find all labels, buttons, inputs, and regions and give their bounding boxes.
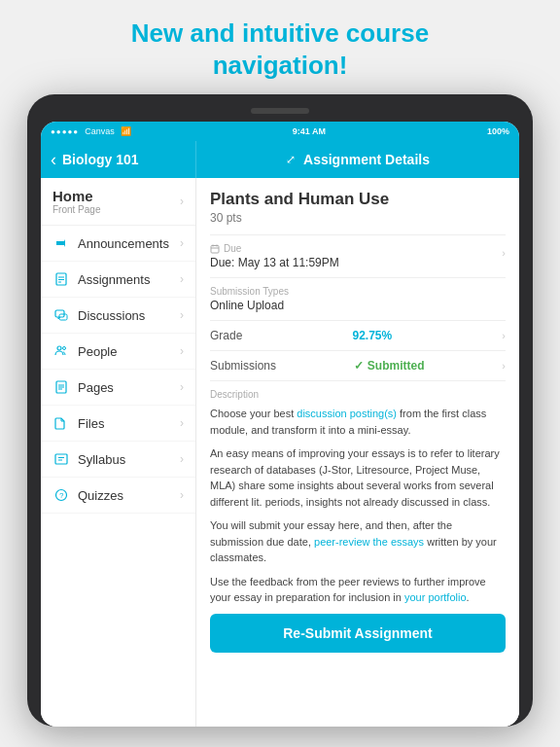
- nav-right: ⤢ Assignment Details: [196, 141, 519, 178]
- page-title: New and intuitive course navigation!: [39, 18, 521, 81]
- sidebar: Home Front Page › Announcements: [41, 178, 196, 727]
- sidebar-item-assignments[interactable]: Assignments ›: [41, 262, 195, 298]
- desc-para2: An easy means of improving your essays i…: [210, 445, 506, 510]
- grade-row[interactable]: Grade 92.75% ›: [210, 320, 506, 350]
- carrier-label: Canvas: [85, 126, 115, 136]
- submitted-badge: ✓ Submitted: [354, 359, 425, 373]
- submission-types-label: Submission Types: [210, 286, 506, 297]
- people-label: People: [78, 344, 117, 359]
- description-section: Description Choose your best discussion …: [210, 380, 506, 653]
- people-chevron: ›: [180, 344, 184, 358]
- files-label: Files: [78, 416, 104, 431]
- desc-para3: You will submit your essay here, and the…: [210, 517, 506, 566]
- page-header: New and intuitive course navigation!: [0, 0, 560, 94]
- course-title: Biology 101: [62, 152, 139, 167]
- files-icon: [52, 414, 70, 432]
- tablet-notch: [251, 108, 309, 114]
- grade-value: 92.75%: [352, 329, 392, 342]
- calendar-icon: [210, 244, 220, 254]
- sidebar-item-quizzes[interactable]: ? Quizzes ›: [41, 478, 195, 514]
- syllabus-label: Syllabus: [78, 452, 125, 467]
- assignment-points: 30 pts: [210, 211, 506, 225]
- sidebar-item-discussions[interactable]: Discussions ›: [41, 298, 195, 334]
- description-label: Description: [210, 389, 506, 400]
- pages-label: Pages: [78, 380, 114, 395]
- svg-point-7: [63, 347, 66, 350]
- announcements-chevron: ›: [180, 236, 184, 250]
- discussions-chevron: ›: [180, 308, 184, 322]
- svg-point-6: [57, 346, 61, 350]
- sidebar-item-pages[interactable]: Pages ›: [41, 370, 195, 406]
- sidebar-item-announcements[interactable]: Announcements ›: [41, 226, 195, 262]
- battery-label: 100%: [487, 126, 509, 136]
- assignments-chevron: ›: [180, 272, 184, 286]
- main-content: Home Front Page › Announcements: [41, 178, 519, 727]
- desc-para4: Use the feedback from the peer reviews t…: [210, 574, 506, 606]
- tablet-screen: ●●●●● Canvas 📶 9:41 AM 100% ‹ Biology 10…: [41, 122, 519, 727]
- svg-rect-12: [55, 454, 67, 464]
- submissions-label: Submissions: [210, 359, 276, 373]
- grade-chevron: ›: [502, 330, 506, 341]
- svg-text:?: ?: [59, 491, 64, 500]
- portfolio-link[interactable]: your portfolio: [404, 591, 467, 603]
- peer-review-link[interactable]: peer-review the essays: [314, 536, 424, 548]
- signal-icon: ●●●●●: [51, 127, 79, 136]
- files-chevron: ›: [180, 416, 184, 430]
- assignment-title: Plants and Human Use: [210, 190, 506, 209]
- quizzes-label: Quizzes: [78, 488, 123, 503]
- people-icon: [52, 342, 70, 360]
- assignments-label: Assignments: [78, 272, 150, 287]
- quizzes-chevron: ›: [180, 488, 184, 502]
- expand-icon[interactable]: ⤢: [286, 153, 296, 166]
- due-value: Due: May 13 at 11:59PM: [210, 256, 502, 269]
- assignment-details-title: Assignment Details: [303, 152, 430, 167]
- due-chevron: ›: [502, 247, 506, 259]
- submission-types-row: Submission Types Online Upload: [210, 277, 506, 320]
- status-time: 9:41 AM: [293, 126, 326, 136]
- discussions-icon: [52, 306, 70, 324]
- back-button[interactable]: ‹: [51, 151, 56, 168]
- pages-icon: [52, 378, 70, 396]
- resubmit-button[interactable]: Re-Submit Assignment: [210, 614, 506, 653]
- nav-left: ‹ Biology 101: [41, 141, 196, 178]
- tablet-device: ●●●●● Canvas 📶 9:41 AM 100% ‹ Biology 10…: [27, 94, 533, 727]
- status-bar: ●●●●● Canvas 📶 9:41 AM 100%: [41, 122, 519, 141]
- submissions-chevron: ›: [502, 360, 506, 372]
- quizzes-icon: ?: [52, 486, 70, 504]
- desc-para1: Choose your best discussion posting(s) f…: [210, 406, 506, 438]
- assignments-icon: [52, 270, 70, 288]
- announcements-icon: [52, 234, 70, 252]
- wifi-icon: 📶: [121, 126, 131, 136]
- pages-chevron: ›: [180, 380, 184, 394]
- discussions-label: Discussions: [78, 308, 145, 323]
- grade-label: Grade: [210, 329, 242, 342]
- check-icon: ✓: [354, 359, 364, 373]
- due-row: Due Due: May 13 at 11:59PM ›: [210, 234, 506, 277]
- home-label: Home: [52, 188, 100, 204]
- sidebar-item-home[interactable]: Home Front Page ›: [41, 178, 195, 226]
- sidebar-item-syllabus[interactable]: Syllabus ›: [41, 442, 195, 478]
- syllabus-icon: [52, 450, 70, 468]
- home-chevron: ›: [180, 195, 184, 208]
- sidebar-item-files[interactable]: Files ›: [41, 406, 195, 442]
- discussion-postings-link[interactable]: discussion posting(s): [297, 408, 397, 419]
- detail-pane: Plants and Human Use 30 pts Due: [196, 178, 519, 727]
- status-bar-left: ●●●●● Canvas 📶: [51, 126, 131, 136]
- sidebar-item-people[interactable]: People ›: [41, 334, 195, 370]
- nav-bar: ‹ Biology 101 ⤢ Assignment Details: [41, 141, 519, 178]
- submitted-label: Submitted: [368, 359, 425, 373]
- announcements-label: Announcements: [78, 236, 169, 251]
- submission-type-value: Online Upload: [210, 299, 506, 312]
- svg-rect-17: [211, 245, 219, 253]
- submissions-row[interactable]: Submissions ✓ Submitted ›: [210, 350, 506, 380]
- home-sublabel: Front Page: [52, 204, 100, 215]
- syllabus-chevron: ›: [180, 452, 184, 466]
